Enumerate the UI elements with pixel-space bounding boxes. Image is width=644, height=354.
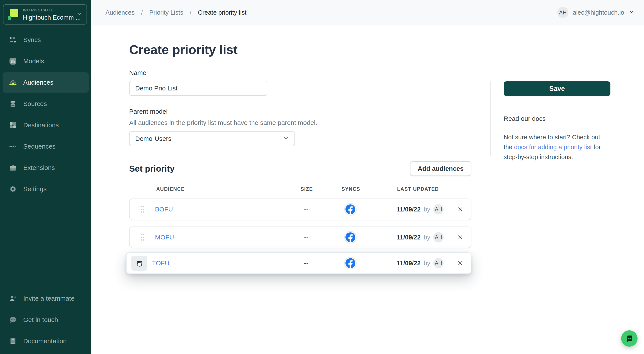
sidebar-item-get-in-touch[interactable]: Get in touch — [2, 310, 89, 330]
remove-row-button[interactable] — [450, 234, 471, 240]
sidebar-item-audiences[interactable]: Audiences — [2, 72, 89, 93]
sidebar-item-label: Sources — [23, 100, 47, 107]
destinations-icon — [8, 120, 18, 130]
user-avatar: AH — [557, 7, 568, 18]
drag-handle-active[interactable] — [126, 253, 152, 273]
sidebar-footer: Invite a teammate Get in touch Documenta… — [0, 287, 91, 352]
close-icon — [457, 260, 464, 266]
sidebar-item-extensions[interactable]: Extensions — [2, 158, 89, 178]
priority-table-header: AUDIENCE SIZE SYNCS LAST UPDATED — [129, 186, 472, 192]
editor-avatar: AH — [433, 232, 444, 242]
docs-panel-heading: Read our docs — [504, 115, 610, 122]
sequences-icon — [8, 142, 18, 151]
docs-link[interactable]: docs for adding a priority list — [514, 144, 592, 151]
chevron-down-icon — [282, 135, 289, 143]
size-value: -- — [288, 260, 324, 267]
workspace-label: WORKSPACE — [23, 8, 72, 13]
remove-row-button[interactable] — [450, 206, 471, 213]
sidebar-item-label: Extensions — [23, 164, 55, 171]
set-priority-heading: Set priority — [129, 164, 174, 174]
page-title: Create priority list — [129, 42, 472, 57]
invite-teammate-icon — [8, 294, 18, 303]
size-value: -- — [288, 206, 324, 213]
book-icon — [8, 336, 18, 346]
sidebar-item-settings[interactable]: Settings — [2, 179, 89, 199]
user-menu[interactable]: AH alec@hightouch.io — [557, 7, 634, 18]
last-updated-date: 11/09/22 — [397, 206, 420, 213]
add-audiences-button[interactable]: Add audiences — [410, 161, 472, 176]
intercom-messenger-icon — [625, 334, 634, 343]
sidebar-item-destinations[interactable]: Destinations — [2, 115, 89, 135]
close-icon — [457, 206, 464, 213]
sources-icon — [8, 99, 18, 109]
column-header-syncs: SYNCS — [325, 186, 377, 192]
chevron-down-icon — [628, 9, 634, 16]
updated-by-label: by — [424, 206, 430, 213]
audience-link[interactable]: BOFU — [155, 206, 288, 213]
parent-model-label: Parent model — [129, 108, 472, 115]
remove-row-button[interactable] — [450, 260, 471, 266]
models-icon — [8, 57, 18, 66]
extensions-icon — [8, 163, 18, 172]
syncs-icon — [8, 35, 18, 45]
hightouch-logo-icon — [7, 9, 19, 20]
audience-link[interactable]: MOFU — [155, 234, 288, 241]
sidebar-item-label: Sequences — [23, 143, 56, 150]
user-email: alec@hightouch.io — [573, 9, 624, 16]
sidebar-item-syncs[interactable]: Syncs — [2, 30, 89, 50]
breadcrumb-separator: / — [141, 9, 143, 16]
breadcrumb-audiences[interactable]: Audiences — [106, 9, 134, 16]
facebook-icon[interactable] — [344, 257, 357, 269]
facebook-icon[interactable] — [344, 203, 357, 216]
name-input[interactable] — [129, 81, 267, 96]
save-button[interactable]: Save — [504, 81, 610, 96]
sidebar-nav: Syncs Models Audiences Sources Destinati… — [0, 30, 91, 199]
column-header-last-updated: LAST UPDATED — [377, 186, 450, 192]
priority-row: BOFU -- 11/09/22 by AH — [129, 199, 472, 220]
intercom-chat-button[interactable] — [621, 330, 638, 347]
size-value: -- — [288, 234, 324, 241]
name-label: Name — [129, 69, 472, 77]
grip-dots-icon — [140, 205, 145, 213]
grip-dots-icon — [140, 233, 145, 241]
parent-model-select[interactable]: Demo-Users — [129, 131, 295, 146]
horizontal-divider — [504, 127, 610, 127]
sidebar-item-label: Documentation — [23, 337, 67, 345]
sidebar-item-invite-teammate[interactable]: Invite a teammate — [2, 288, 89, 308]
sidebar-item-models[interactable]: Models — [2, 51, 89, 71]
audience-link[interactable]: TOFU — [152, 259, 288, 267]
workspace-switcher[interactable]: WORKSPACE Hightouch Ecomm ... — [3, 4, 87, 25]
drag-handle[interactable] — [130, 199, 155, 220]
sidebar-item-label: Settings — [23, 185, 46, 193]
priority-row: MOFU -- 11/09/22 by AH — [129, 226, 472, 248]
sidebar: WORKSPACE Hightouch Ecomm ... Syncs Mode… — [0, 0, 91, 354]
sidebar-item-documentation[interactable]: Documentation — [2, 331, 89, 351]
top-bar: Audiences / Priority Lists / Create prio… — [91, 0, 644, 26]
updated-by-label: by — [424, 260, 430, 267]
breadcrumb-priority-lists[interactable]: Priority Lists — [150, 9, 184, 16]
vertical-divider — [490, 81, 491, 156]
editor-avatar: AH — [433, 204, 444, 214]
sidebar-item-label: Syncs — [23, 36, 41, 44]
priority-row-dragging: TOFU -- 11/09/22 by AH — [126, 252, 472, 274]
sidebar-item-sequences[interactable]: Sequences — [2, 136, 89, 157]
drag-handle[interactable] — [130, 227, 155, 248]
column-header-audience: AUDIENCE — [154, 186, 288, 192]
workspace-name: Hightouch Ecomm ... — [23, 14, 72, 21]
column-header-size: SIZE — [288, 186, 325, 192]
last-updated-date: 11/09/22 — [397, 234, 420, 241]
facebook-icon[interactable] — [344, 231, 357, 243]
last-updated-date: 11/09/22 — [397, 260, 420, 267]
audiences-icon — [8, 78, 18, 87]
sidebar-item-sources[interactable]: Sources — [2, 94, 89, 114]
breadcrumb: Audiences / Priority Lists / Create prio… — [106, 9, 246, 16]
updated-by-label: by — [424, 234, 430, 241]
settings-icon — [8, 184, 18, 194]
sidebar-item-label: Invite a teammate — [23, 295, 74, 302]
main-area: Create priority list Name Parent model A… — [91, 26, 644, 354]
chat-bubble-icon — [8, 315, 18, 324]
chevron-down-icon — [76, 11, 83, 18]
parent-model-help: All audiences in the priority list must … — [129, 119, 472, 126]
sidebar-item-label: Models — [23, 58, 44, 65]
sidebar-item-label: Audiences — [23, 79, 54, 86]
